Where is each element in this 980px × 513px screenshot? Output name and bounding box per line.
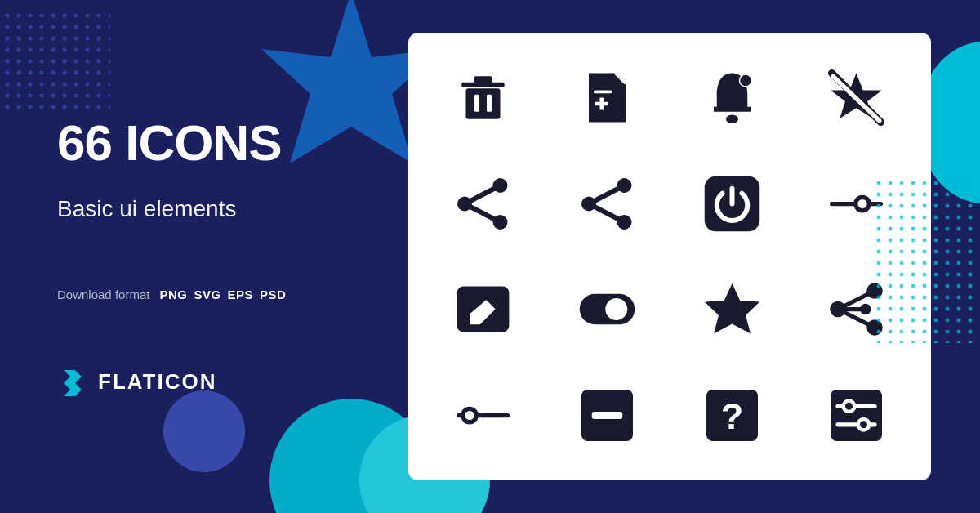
svg-point-14 (726, 115, 738, 124)
icon-share-solid (425, 155, 541, 253)
svg-marker-5 (64, 370, 82, 396)
format-tags: PNG SVG EPS PSD (159, 288, 286, 301)
svg-rect-9 (474, 95, 479, 112)
icon-minus-box (550, 367, 666, 465)
icon-settings-sliders (799, 367, 915, 465)
svg-marker-37 (705, 283, 760, 334)
svg-point-55 (858, 419, 870, 430)
svg-rect-10 (487, 95, 492, 112)
svg-rect-48 (592, 412, 623, 419)
icon-dot-minus-left (425, 367, 541, 465)
icon-bell (674, 49, 791, 147)
svg-point-36 (606, 298, 628, 320)
subtitle: Basic ui elements (57, 196, 400, 222)
format-eps[interactable]: EPS (228, 288, 254, 301)
svg-point-46 (463, 408, 477, 422)
svg-rect-13 (594, 91, 612, 94)
icon-edit (425, 261, 541, 359)
icon-no-star (799, 49, 915, 147)
svg-line-23 (465, 185, 501, 204)
icon-star (674, 261, 791, 359)
svg-line-28 (589, 185, 625, 204)
svg-line-29 (589, 203, 625, 222)
left-panel: 66 ICONS Basic ui elements Download form… (0, 0, 449, 513)
icon-question-box: ? (674, 367, 791, 465)
brand-logo (57, 367, 88, 398)
svg-line-24 (465, 203, 501, 222)
svg-rect-51 (831, 390, 882, 441)
download-label: Download format (57, 288, 149, 301)
dot-pattern-right (875, 180, 973, 343)
icons-grid-panel: ? (408, 33, 931, 480)
brand-section[interactable]: FLATICON (57, 367, 400, 398)
icon-share-outline (550, 155, 666, 253)
icon-toggle (550, 261, 666, 359)
svg-rect-12 (595, 102, 609, 106)
icon-trash (425, 49, 541, 147)
icon-file-add (550, 49, 666, 147)
download-section: Download format PNG SVG EPS PSD (57, 288, 400, 301)
svg-rect-4 (875, 180, 973, 343)
svg-text:?: ? (721, 395, 744, 437)
brand-name: FLATICON (98, 369, 217, 395)
icon-power (674, 155, 791, 253)
format-psd[interactable]: PSD (260, 288, 286, 301)
svg-point-54 (844, 400, 855, 412)
svg-point-15 (739, 74, 751, 87)
svg-point-32 (856, 197, 870, 211)
svg-rect-8 (466, 89, 500, 120)
format-png[interactable]: PNG (159, 288, 187, 301)
flaticon-logo-icon (57, 367, 88, 398)
main-title: 66 ICONS (57, 115, 400, 171)
format-svg[interactable]: SVG (194, 288, 220, 301)
svg-rect-7 (474, 77, 492, 84)
